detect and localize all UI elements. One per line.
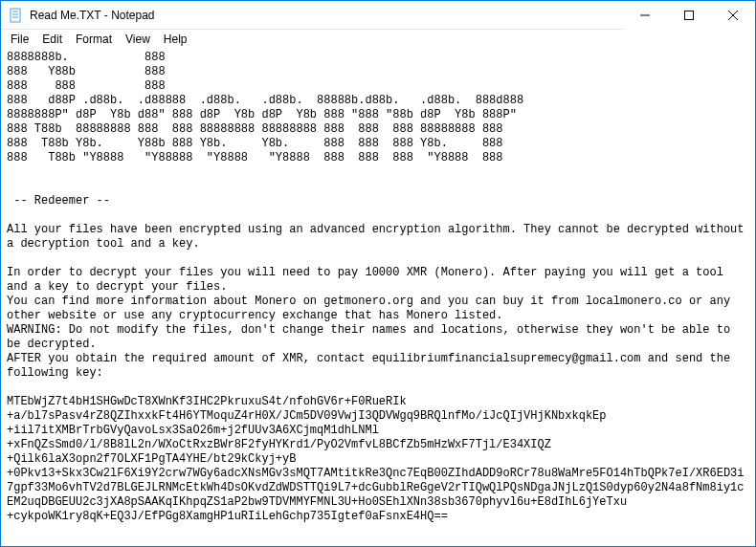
maximize-button[interactable] [667,1,711,30]
menu-edit[interactable]: Edit [36,32,68,47]
close-button[interactable] [711,1,755,30]
menu-file[interactable]: File [5,32,34,47]
text-area[interactable]: 8888888b. 888 888 Y88b 888 888 888 888 8… [1,49,755,546]
menu-view[interactable]: View [120,32,156,47]
notepad-window: Read Me.TXT - Notepad File Edit Format V… [0,0,756,547]
menu-help[interactable]: Help [158,32,193,47]
titlebar[interactable]: Read Me.TXT - Notepad [1,1,755,30]
menubar: File Edit Format View Help [1,30,755,49]
menu-format[interactable]: Format [70,32,118,47]
window-title: Read Me.TXT - Notepad [30,9,155,22]
svg-rect-0 [11,9,20,22]
notepad-icon [9,8,24,23]
svg-rect-5 [685,11,694,19]
minimize-button[interactable] [623,1,667,30]
